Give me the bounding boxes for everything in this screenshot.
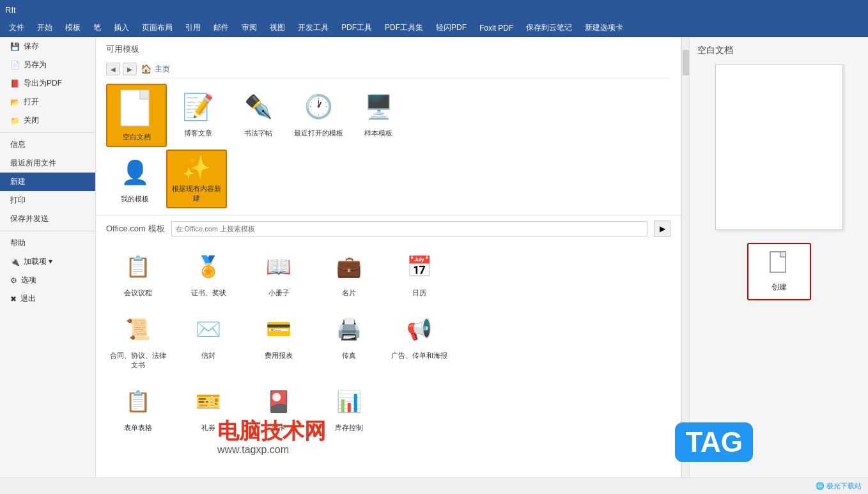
sidebar-item-options[interactable]: ⚙选项 [0, 271, 95, 289]
office-template-greeting-label: 贺卡 [272, 423, 286, 432]
nav-home-icon[interactable]: 🏠 [139, 63, 152, 75]
icon-plugin: 🔌 [10, 258, 20, 266]
office-template-forms[interactable]: 📋 表单表格 [106, 378, 170, 436]
create-doc-icon [769, 251, 789, 279]
office-section-title: Office.com 模板 [106, 223, 165, 235]
available-templates-section: 可用模板 ◀ ▶ 🏠 主页 [96, 37, 681, 215]
office-template-ad-label: 广告、传单和海报 [391, 351, 447, 360]
svg-rect-2 [140, 90, 149, 99]
create-btn-container: 创建 [697, 243, 860, 300]
menu-item-2[interactable]: 模板 [59, 20, 87, 36]
sidebar-label-close: 关闭 [24, 115, 39, 126]
sidebar-item-exit[interactable]: ✖退出 [0, 289, 95, 308]
template-sample[interactable]: 🖥️ 样本模板 [350, 84, 407, 147]
sidebar-label-help: 帮助 [10, 238, 26, 249]
office-template-voucher[interactable]: 🎫 礼券 [176, 378, 240, 436]
sidebar-label-saveas: 另存为 [24, 59, 47, 70]
office-template-calendar-label: 日历 [412, 288, 426, 297]
menu-item-4[interactable]: 插入 [107, 20, 136, 36]
sidebar-label-save: 保存 [24, 41, 39, 52]
template-new-from-existing[interactable]: ✨ 根据现有内容新建 [166, 150, 227, 208]
menu-item-16[interactable]: 新建选项卡 [578, 20, 630, 36]
sidebar-item-new[interactable]: 新建 [0, 173, 95, 191]
menu-item-1[interactable]: 开始 [31, 20, 59, 36]
menu-item-12[interactable]: PDF工具集 [378, 20, 430, 36]
office-template-certificate[interactable]: 🏅 证书、奖状 [176, 243, 240, 301]
create-button[interactable]: 创建 [747, 243, 811, 300]
office-template-booklet-label: 小册子 [268, 288, 290, 297]
office-search-input[interactable] [171, 221, 647, 236]
scroll-thumb[interactable] [683, 50, 689, 75]
icon-options: ⚙ [10, 276, 17, 285]
scrollbar[interactable] [681, 37, 689, 494]
template-recent[interactable]: 🕐 最近打开的模板 [290, 84, 347, 147]
jiguang-label: 🌐 极光下载站 [816, 481, 862, 491]
icon-save: 💾 [10, 42, 20, 51]
sidebar-label-options: 选项 [21, 275, 36, 286]
nav-back-button[interactable]: ◀ [106, 63, 120, 75]
menu-item-15[interactable]: 保存到云笔记 [520, 20, 578, 36]
nav-breadcrumb[interactable]: 主页 [155, 64, 170, 75]
menu-item-0[interactable]: 文件 [3, 20, 31, 36]
sidebar-item-saveas[interactable]: 📄另存为 [0, 56, 95, 74]
office-template-ad[interactable]: 📢 广告、传单和海报 [387, 306, 451, 373]
template-blank-doc-label: 空白文档 [123, 132, 151, 142]
sidebar-label-info: 信息 [10, 139, 26, 150]
office-template-voucher-label: 礼券 [201, 423, 215, 432]
sidebar-label-export: 导出为PDF [24, 78, 62, 89]
document-preview [715, 64, 843, 230]
menu-item-8[interactable]: 审阅 [235, 20, 263, 36]
office-template-inventory[interactable]: 📊 库存控制 [317, 378, 381, 436]
office-template-greeting[interactable]: 🎴 贺卡 [247, 378, 311, 436]
sidebar-label-exit: 退出 [20, 293, 36, 304]
sidebar-item-print[interactable]: 打印 [0, 191, 95, 210]
sidebar-label-print: 打印 [10, 195, 26, 206]
office-template-certificate-label: 证书、奖状 [191, 288, 226, 297]
office-template-envelope[interactable]: ✉️ 信封 [176, 306, 240, 373]
office-search-button[interactable]: ▶ [654, 220, 670, 237]
menu-item-9[interactable]: 视图 [263, 20, 291, 36]
menu-item-5[interactable]: 页面布局 [136, 20, 179, 36]
office-template-expense[interactable]: 💳 费用报表 [247, 306, 311, 373]
sidebar-item-recent[interactable]: 最近所用文件 [0, 154, 95, 173]
office-template-fax-label: 传真 [342, 351, 356, 360]
menu-item-14[interactable]: Foxit PDF [473, 21, 520, 35]
right-panel-title: 空白文档 [697, 45, 860, 56]
sidebar-item-info[interactable]: 信息 [0, 135, 95, 154]
office-template-agenda[interactable]: 📋 会议议程 [106, 243, 170, 301]
icon-export: 📕 [10, 79, 20, 88]
template-calligraphy[interactable]: ✒️ 书法字帖 [229, 84, 287, 147]
template-sample-label: 样本模板 [364, 128, 392, 137]
sidebar: 💾保存📄另存为📕导出为PDF📂打开📁关闭信息最近所用文件新建打印保存并发送帮助🔌… [0, 37, 96, 494]
nav-forward-button[interactable]: ▶ [123, 63, 137, 75]
office-template-fax[interactable]: 🖨️ 传真 [317, 306, 381, 373]
sidebar-item-help[interactable]: 帮助 [0, 234, 95, 252]
sidebar-item-plugin[interactable]: 🔌加载项 ▾ [0, 252, 95, 271]
menu-item-11[interactable]: PDF工具 [335, 20, 378, 36]
menu-item-13[interactable]: 轻闪PDF [430, 20, 473, 36]
sidebar-item-send[interactable]: 保存并发送 [0, 210, 95, 228]
template-recent-label: 最近打开的模板 [294, 128, 343, 137]
template-calligraphy-label: 书法字帖 [244, 128, 272, 137]
icon-saveas: 📄 [10, 61, 20, 70]
sidebar-item-save[interactable]: 💾保存 [0, 37, 95, 56]
menu-item-7[interactable]: 邮件 [207, 20, 235, 36]
sidebar-label-open: 打开 [24, 96, 39, 107]
office-template-legal[interactable]: 📜 合同、协议、法律文书 [106, 306, 170, 373]
sidebar-item-close[interactable]: 📁关闭 [0, 111, 95, 130]
office-template-calendar[interactable]: 📅 日历 [387, 243, 451, 301]
menu-item-10[interactable]: 开发工具 [291, 20, 335, 36]
office-template-bizcard[interactable]: 💼 名片 [317, 243, 381, 301]
menu-item-3[interactable]: 笔 [87, 20, 107, 36]
template-blog[interactable]: 📝 博客文章 [169, 84, 227, 147]
sidebar-label-send: 保存并发送 [10, 213, 49, 224]
office-template-booklet[interactable]: 📖 小册子 [247, 243, 311, 301]
template-my[interactable]: 👤 我的模板 [106, 150, 164, 208]
sidebar-item-open[interactable]: 📂打开 [0, 93, 95, 111]
sidebar-item-export[interactable]: 📕导出为PDF [0, 74, 95, 93]
menu-bar: 文件开始模板笔插入页面布局引用邮件审阅视图开发工具PDF工具PDF工具集轻闪PD… [0, 19, 868, 37]
menu-item-6[interactable]: 引用 [179, 20, 207, 36]
office-template-inventory-label: 库存控制 [335, 423, 363, 432]
template-blank-doc[interactable]: 空白文档 [106, 84, 167, 147]
template-my-label: 我的模板 [121, 194, 149, 203]
